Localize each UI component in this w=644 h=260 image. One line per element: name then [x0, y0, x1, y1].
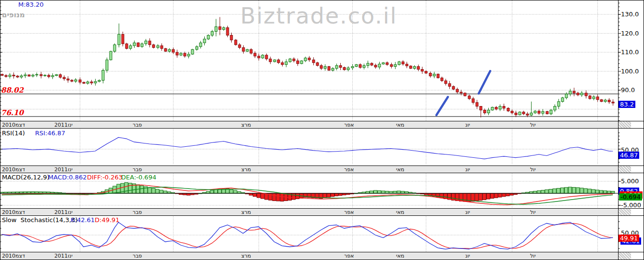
- macd-hist-bar: [327, 193, 330, 197]
- candle: [483, 110, 486, 113]
- stoch-d-line: [2, 224, 613, 248]
- candle: [460, 92, 462, 93]
- macd-hist-bar: [456, 193, 459, 201]
- candle: [507, 108, 509, 111]
- candle: [316, 63, 319, 66]
- macd-hist-bar: [335, 193, 338, 196]
- instrument-name: מנופים: [2, 11, 25, 19]
- candle: [250, 49, 252, 53]
- candle: [59, 75, 62, 78]
- macd-hist-bar: [537, 191, 541, 194]
- candle: [145, 41, 147, 44]
- rsi-line: [2, 137, 613, 159]
- macd-hist-bar: [27, 192, 31, 193]
- trendline-annotation[interactable]: [436, 97, 448, 115]
- candle: [110, 51, 112, 60]
- candle: [604, 100, 607, 102]
- candle: [343, 68, 346, 70]
- candle: [445, 81, 447, 83]
- candle: [24, 75, 26, 76]
- macd-value-label: MACD:0.862: [48, 174, 87, 181]
- candle: [258, 56, 260, 58]
- candle: [180, 53, 182, 55]
- candle: [215, 27, 217, 32]
- macd-hist-bar: [160, 190, 163, 193]
- macd-hist-bar: [471, 193, 474, 201]
- candle: [468, 96, 471, 99]
- macd-hist-bar: [187, 193, 190, 195]
- macd-axis-tick-top: 5.000: [621, 178, 639, 185]
- candle: [413, 67, 416, 69]
- candle: [593, 97, 595, 99]
- macd-hist-bar: [459, 193, 463, 201]
- macd-hist-bar: [595, 190, 599, 193]
- candle: [304, 58, 307, 61]
- last-price-legend: M:83.20: [18, 1, 44, 8]
- candle: [359, 65, 361, 68]
- macd-hist-bar: [323, 193, 326, 198]
- stoch-d-label: D:49.91: [95, 217, 120, 224]
- macd-hist-bar: [533, 191, 537, 194]
- rsi-value-label: RSI:46.87: [35, 130, 65, 137]
- candle: [113, 45, 116, 51]
- macd-hist-bar: [253, 193, 256, 197]
- candle: [409, 66, 412, 68]
- candle: [20, 76, 23, 77]
- candle: [219, 27, 221, 30]
- price-axis-tick: 130.0: [621, 11, 639, 18]
- macd-hist-bar: [389, 191, 393, 193]
- candle: [40, 74, 42, 76]
- candle: [402, 62, 404, 64]
- candle: [569, 91, 571, 94]
- candle: [448, 83, 451, 86]
- candle: [223, 28, 225, 30]
- candle: [565, 94, 568, 98]
- macd-hist-bar: [214, 190, 217, 194]
- macd-dea-label: DEA:-0.694: [121, 174, 156, 181]
- candle: [289, 59, 291, 62]
- candle: [44, 75, 46, 76]
- candle: [522, 112, 525, 114]
- candle: [464, 93, 466, 96]
- macd-hist-bar: [261, 193, 264, 199]
- candle: [164, 48, 167, 51]
- candle: [238, 45, 241, 47]
- candle: [129, 46, 132, 48]
- macd-hist-bar: [440, 193, 443, 198]
- candle: [441, 78, 443, 81]
- candle: [308, 58, 310, 60]
- macd-hist-bar: [128, 183, 132, 193]
- macd-hist-bar: [397, 191, 400, 193]
- candle: [55, 75, 58, 76]
- macd-hist-bar: [234, 190, 237, 193]
- candle: [554, 106, 556, 110]
- candle: [94, 82, 97, 83]
- macd-hist-bar: [140, 186, 144, 193]
- candle: [538, 111, 540, 113]
- candle: [557, 102, 560, 106]
- level-upper-label[interactable]: 88.02: [1, 87, 24, 94]
- candle: [491, 107, 494, 110]
- candle: [16, 76, 19, 77]
- candle: [12, 75, 15, 76]
- macd-hist-bar: [506, 193, 509, 196]
- candle: [515, 113, 517, 115]
- candle: [312, 60, 315, 63]
- macd-hist-bar: [237, 191, 241, 193]
- candle: [487, 110, 490, 113]
- candle: [472, 99, 474, 103]
- macd-hist-bar: [31, 192, 35, 194]
- macd-hist-bar: [382, 191, 385, 193]
- candle: [157, 46, 159, 47]
- level-lower-label[interactable]: 76.10: [1, 109, 24, 117]
- candle: [281, 63, 284, 65]
- candle: [328, 67, 330, 71]
- macd-hist-bar: [607, 191, 611, 193]
- candle: [141, 44, 143, 47]
- candle: [161, 46, 163, 48]
- candle: [495, 107, 497, 109]
- stoch-d-badge: 49.91: [619, 235, 639, 242]
- macd-hist-bar: [564, 188, 568, 193]
- candle: [63, 77, 65, 79]
- candle: [347, 68, 349, 70]
